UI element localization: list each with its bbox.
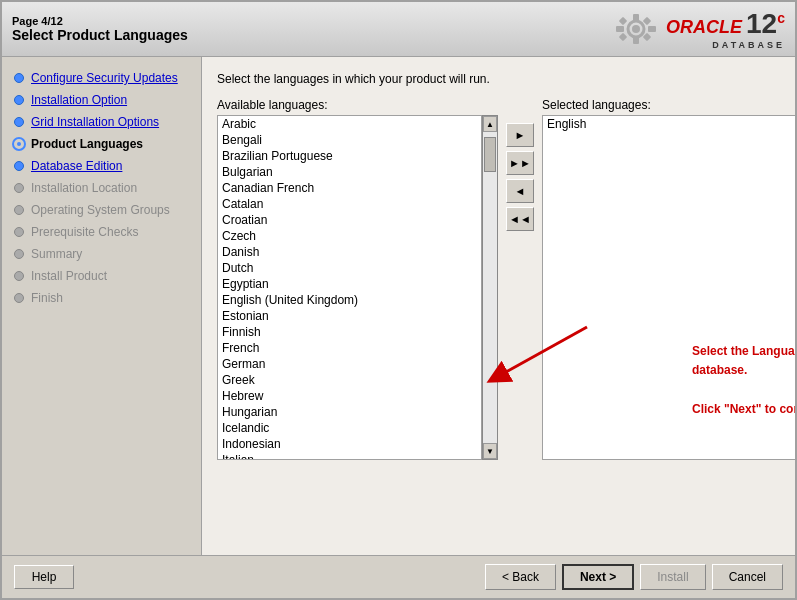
available-scrollbar[interactable]: ▲ ▼ (482, 115, 498, 460)
svg-rect-5 (648, 26, 656, 32)
available-lang-item[interactable]: German (218, 356, 481, 372)
version-text: 12c (746, 8, 785, 40)
available-lang-item[interactable]: Danish (218, 244, 481, 260)
add-all-button[interactable]: ►► (506, 151, 534, 175)
available-lang-container: Available languages: ArabicBengaliBrazil… (217, 98, 498, 460)
available-lang-item[interactable]: Estonian (218, 308, 481, 324)
annotation-text: Select the Language Support you want in … (692, 342, 795, 419)
svg-rect-8 (619, 33, 627, 41)
sidebar-item-finish: Finish (2, 287, 201, 309)
available-lang-item[interactable]: Egyptian (218, 276, 481, 292)
available-lang-item[interactable]: Bengali (218, 132, 481, 148)
bottom-left: Help (14, 565, 74, 589)
cancel-button[interactable]: Cancel (712, 564, 783, 590)
db-label: DATABASE (712, 40, 785, 50)
selected-lang-item[interactable]: English (543, 116, 795, 132)
main-window: Page 4/12 Select Product Languages ORACL… (0, 0, 797, 600)
available-lang-label: Available languages: (217, 98, 498, 112)
sidebar-icon-grid-installation (12, 115, 26, 129)
sidebar-icon-os-groups (12, 203, 26, 217)
sidebar-item-installation-location: Installation Location (2, 177, 201, 199)
help-button[interactable]: Help (14, 565, 74, 589)
sidebar-icon-installation-location (12, 181, 26, 195)
bottom-bar: Help < Back Next > Install Cancel (2, 555, 795, 598)
sidebar-icon-configure-security (12, 71, 26, 85)
available-lang-item[interactable]: Hungarian (218, 404, 481, 420)
sidebar-item-installation-option[interactable]: Installation Option (2, 89, 201, 111)
available-lang-item[interactable]: English (United Kingdom) (218, 292, 481, 308)
sidebar-icon-summary (12, 247, 26, 261)
oracle-text: ORACLE (666, 17, 742, 38)
available-lang-item[interactable]: Italian (218, 452, 481, 460)
sidebar-item-grid-installation[interactable]: Grid Installation Options (2, 111, 201, 133)
svg-point-11 (17, 142, 21, 146)
sidebar-icon-finish (12, 291, 26, 305)
page-indicator: Page 4/12 (12, 15, 188, 27)
available-lang-item[interactable]: Dutch (218, 260, 481, 276)
sidebar-item-summary: Summary (2, 243, 201, 265)
svg-rect-4 (616, 26, 624, 32)
available-lang-item[interactable]: French (218, 340, 481, 356)
sidebar-item-install-product: Install Product (2, 265, 201, 287)
back-button[interactable]: < Back (485, 564, 556, 590)
available-lang-item[interactable]: Indonesian (218, 436, 481, 452)
available-lang-item[interactable]: Icelandic (218, 420, 481, 436)
install-button[interactable]: Install (640, 564, 705, 590)
sidebar-icon-prereq-checks (12, 225, 26, 239)
title-bar: Page 4/12 Select Product Languages ORACL… (2, 2, 795, 57)
available-lang-item[interactable]: Bulgarian (218, 164, 481, 180)
sidebar-icon-installation-option (12, 93, 26, 107)
available-lang-item[interactable]: Czech (218, 228, 481, 244)
content-area: Select the languages in which your produ… (202, 57, 795, 555)
oracle-brand: ORACLE 12c DATABASE (666, 8, 785, 50)
sidebar-icon-database-edition (12, 159, 26, 173)
remove-one-button[interactable]: ◄ (506, 179, 534, 203)
available-lang-item[interactable]: Brazilian Portuguese (218, 148, 481, 164)
title-left: Page 4/12 Select Product Languages (12, 15, 188, 43)
svg-point-1 (632, 25, 640, 33)
scroll-track (483, 132, 497, 443)
next-button[interactable]: Next > (562, 564, 634, 590)
svg-rect-3 (633, 36, 639, 44)
lang-transfer-buttons: ► ►► ◄ ◄◄ (503, 98, 537, 231)
sidebar-item-configure-security[interactable]: Configure Security Updates (2, 67, 201, 89)
scroll-down-btn[interactable]: ▼ (483, 443, 497, 459)
sidebar-item-database-edition[interactable]: Database Edition (2, 155, 201, 177)
page-subtitle: Select Product Languages (12, 27, 188, 43)
available-lang-item[interactable]: Arabic (218, 116, 481, 132)
main-content: Configure Security Updates Installation … (2, 57, 795, 555)
instruction-text: Select the languages in which your produ… (217, 72, 780, 86)
sidebar-item-product-languages[interactable]: Product Languages (2, 133, 201, 155)
available-lang-item[interactable]: Finnish (218, 324, 481, 340)
bottom-right: < Back Next > Install Cancel (485, 564, 783, 590)
available-lang-item[interactable]: Greek (218, 372, 481, 388)
svg-rect-2 (633, 14, 639, 22)
gear-icon (611, 9, 661, 49)
oracle-logo: ORACLE 12c DATABASE (611, 8, 785, 50)
sidebar-icon-install-product (12, 269, 26, 283)
add-one-button[interactable]: ► (506, 123, 534, 147)
remove-all-button[interactable]: ◄◄ (506, 207, 534, 231)
svg-rect-6 (619, 17, 627, 25)
available-lang-item[interactable]: Croatian (218, 212, 481, 228)
sidebar: Configure Security Updates Installation … (2, 57, 202, 555)
available-lang-listbox[interactable]: ArabicBengaliBrazilian PortugueseBulgari… (217, 115, 482, 460)
available-lang-item[interactable]: Canadian French (218, 180, 481, 196)
sidebar-item-os-groups: Operating System Groups (2, 199, 201, 221)
scroll-thumb (484, 137, 496, 172)
sidebar-icon-product-languages (12, 137, 26, 151)
sidebar-item-prereq-checks: Prerequisite Checks (2, 221, 201, 243)
available-lang-item[interactable]: Catalan (218, 196, 481, 212)
scroll-up-btn[interactable]: ▲ (483, 116, 497, 132)
available-lang-item[interactable]: Hebrew (218, 388, 481, 404)
selected-lang-label: Selected languages: (542, 98, 795, 112)
